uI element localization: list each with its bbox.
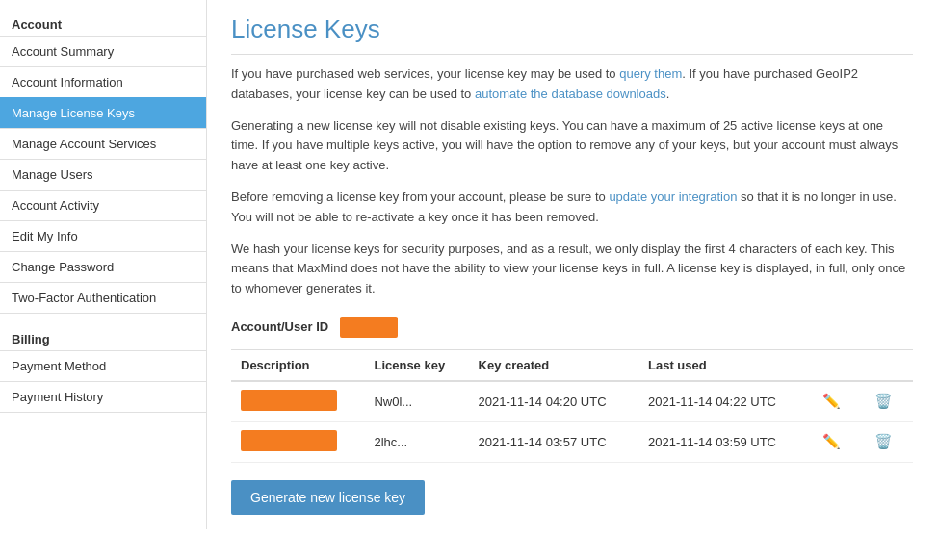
sidebar-item-manage-users[interactable]: Manage Users xyxy=(0,159,206,191)
sidebar-item-account-summary[interactable]: Account Summary xyxy=(0,36,206,67)
row1-delete-icon[interactable]: 🗑️ xyxy=(871,390,897,412)
description-para1: If you have purchased web services, your… xyxy=(231,64,913,105)
sidebar-item-payment-method[interactable]: Payment Method xyxy=(0,350,206,382)
sidebar-item-two-factor-authentication[interactable]: Two-Factor Authentication xyxy=(0,282,206,314)
col-last-used: Last used xyxy=(638,349,808,381)
row2-delete-icon[interactable]: 🗑️ xyxy=(871,430,897,452)
generate-license-key-button[interactable]: Generate new license key xyxy=(231,480,425,515)
automate-downloads-link[interactable]: automate the database downloads xyxy=(475,87,666,101)
row1-delete-cell: 🗑️ xyxy=(861,381,913,422)
account-id-row: Account/User ID xyxy=(231,317,913,338)
sidebar-item-manage-account-services[interactable]: Manage Account Services xyxy=(0,128,206,160)
sidebar: Account Account Summary Account Informat… xyxy=(0,0,207,529)
license-table: Description License key Key created Last… xyxy=(231,349,913,463)
sidebar-item-change-password[interactable]: Change Password xyxy=(0,251,206,283)
col-key-created: Key created xyxy=(469,349,638,381)
sidebar-billing-section: Billing xyxy=(0,324,206,350)
row1-edit-cell: ✏️ xyxy=(809,381,861,422)
update-integration-link[interactable]: update your integration xyxy=(609,190,737,204)
sidebar-item-edit-my-info[interactable]: Edit My Info xyxy=(0,220,206,252)
col-license-key: License key xyxy=(364,349,468,381)
page-title: License Keys xyxy=(231,14,913,55)
row2-license-key: 2lhc... xyxy=(364,421,468,462)
query-them-link[interactable]: query them xyxy=(619,66,682,81)
description-para2: Generating a new license key will not di… xyxy=(231,116,913,176)
row2-desc-badge xyxy=(241,430,337,451)
row1-description xyxy=(231,381,364,422)
account-id-label: Account/User ID xyxy=(231,319,328,334)
row1-edit-icon[interactable]: ✏️ xyxy=(819,390,845,412)
sidebar-item-account-information[interactable]: Account Information xyxy=(0,66,206,98)
row2-delete-cell: 🗑️ xyxy=(861,421,913,462)
table-row: 2lhc... 2021-11-14 03:57 UTC 2021-11-14 … xyxy=(231,421,913,462)
row2-edit-cell: ✏️ xyxy=(809,421,861,462)
row2-last-used: 2021-11-14 03:59 UTC xyxy=(638,421,808,462)
main-content: License Keys If you have purchased web s… xyxy=(207,0,937,529)
account-id-value xyxy=(340,317,398,338)
row2-description xyxy=(231,421,364,462)
col-description: Description xyxy=(231,349,364,381)
sidebar-item-payment-history[interactable]: Payment History xyxy=(0,381,206,413)
desc-para1-suffix: . xyxy=(666,87,670,101)
row1-last-used: 2021-11-14 04:22 UTC xyxy=(638,381,808,422)
sidebar-account-section: Account xyxy=(0,10,206,36)
col-delete xyxy=(861,349,913,381)
table-row: Nw0l... 2021-11-14 04:20 UTC 2021-11-14 … xyxy=(231,381,913,422)
row1-license-key: Nw0l... xyxy=(364,381,468,422)
row1-key-created: 2021-11-14 04:20 UTC xyxy=(469,381,638,422)
row2-edit-icon[interactable]: ✏️ xyxy=(819,430,845,452)
sidebar-item-account-activity[interactable]: Account Activity xyxy=(0,190,206,221)
row1-desc-badge xyxy=(241,390,337,411)
sidebar-item-manage-license-keys[interactable]: Manage License Keys xyxy=(0,97,206,129)
description-para4: We hash your license keys for security p… xyxy=(231,240,913,299)
desc-para1-prefix: If you have purchased web services, your… xyxy=(231,66,619,81)
col-edit xyxy=(809,349,861,381)
description-para3: Before removing a license key from your … xyxy=(231,188,913,228)
desc-para3-prefix: Before removing a license key from your … xyxy=(231,190,609,204)
row2-key-created: 2021-11-14 03:57 UTC xyxy=(469,421,638,462)
